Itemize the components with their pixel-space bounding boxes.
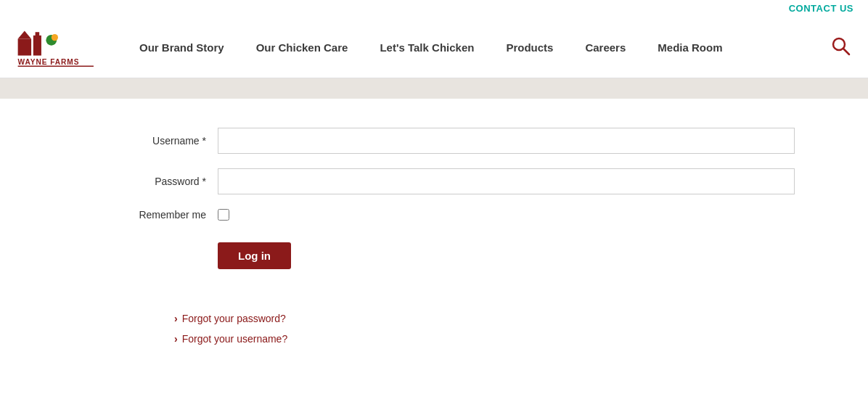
search-button[interactable] — [827, 33, 853, 62]
remember-me-checkbox[interactable] — [218, 209, 229, 221]
password-label: Password * — [116, 176, 218, 187]
login-button[interactable]: Log in — [218, 242, 291, 269]
forgot-password-item: › Forgot your password? — [174, 313, 287, 324]
svg-line-9 — [843, 49, 849, 54]
chevron-right-icon: › — [174, 313, 178, 324]
password-input[interactable] — [218, 168, 795, 194]
svg-rect-3 — [36, 32, 40, 37]
top-bar: CONTACT US — [0, 0, 868, 17]
svg-marker-1 — [18, 30, 31, 38]
svg-point-5 — [52, 34, 58, 41]
nav-item-talk-chicken[interactable]: Let's Talk Chicken — [364, 41, 490, 54]
chevron-right-icon-2: › — [174, 333, 178, 345]
svg-rect-2 — [33, 36, 41, 56]
logo-svg: WAYNE FARMS — [15, 25, 102, 69]
remember-me-row: Remember me — [116, 209, 798, 221]
svg-rect-0 — [18, 38, 31, 55]
nav-item-careers[interactable]: Careers — [569, 41, 642, 54]
nav-item-media-room[interactable]: Media Room — [642, 41, 738, 54]
forgot-password-link[interactable]: Forgot your password? — [182, 313, 286, 324]
remember-me-label: Remember me — [116, 209, 218, 221]
login-button-row: Log in — [116, 242, 291, 269]
login-form-container: Username * Password * Remember me Log in… — [0, 128, 798, 353]
svg-text:WAYNE FARMS: WAYNE FARMS — [18, 58, 80, 66]
nav-item-products[interactable]: Products — [490, 41, 569, 54]
username-label: Username * — [116, 135, 218, 147]
forgot-username-link[interactable]: Forgot your username? — [182, 333, 288, 345]
sub-banner — [0, 78, 868, 99]
username-row: Username * — [116, 128, 798, 154]
logo-area[interactable]: WAYNE FARMS — [15, 25, 102, 69]
main-content: Username * Password * Remember me Log in… — [0, 99, 868, 382]
forgot-links: › Forgot your password? › Forgot your us… — [116, 313, 287, 353]
password-row: Password * — [116, 168, 798, 194]
contact-us-link[interactable]: CONTACT US — [789, 3, 853, 14]
site-header: WAYNE FARMS Our Brand Story Our Chicken … — [0, 17, 868, 78]
nav-menu: Our Brand Story Our Chicken Care Let's T… — [123, 41, 827, 54]
forgot-username-item: › Forgot your username? — [174, 333, 287, 345]
nav-item-brand-story[interactable]: Our Brand Story — [123, 41, 240, 54]
username-input[interactable] — [218, 128, 795, 154]
search-icon — [830, 36, 851, 56]
nav-item-chicken-care[interactable]: Our Chicken Care — [240, 41, 364, 54]
